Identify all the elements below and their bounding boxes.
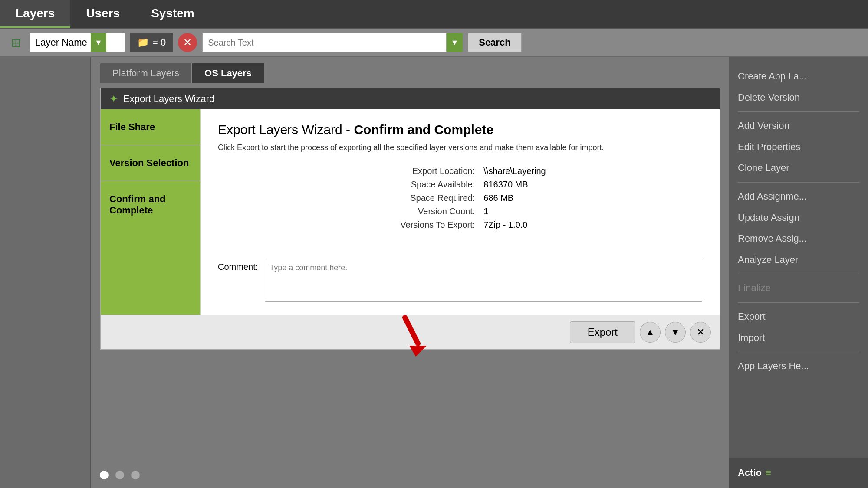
nav-tab-users-label: Users bbox=[86, 7, 120, 20]
wizard-header: ✦ Export Layers Wizard bbox=[101, 88, 720, 109]
space-available-value: 816370 MB bbox=[483, 180, 702, 190]
toolbar: ⊞ Layer Name ▼ 📁 = 0 ✕ ▼ Search bbox=[0, 29, 868, 57]
sidebar-item-app-layers-help-label: App Layers He... bbox=[738, 360, 809, 371]
wizard-main-content: Export Layers Wizard - Confirm and Compl… bbox=[201, 109, 720, 315]
sidebar-item-finalize-label: Finalize bbox=[738, 282, 771, 293]
nav-down-button[interactable]: ▼ bbox=[665, 322, 686, 343]
space-available-label: Space Available: bbox=[244, 180, 475, 190]
sidebar-item-remove-assign-label: Remove Assig... bbox=[738, 233, 807, 244]
dot-2 bbox=[115, 471, 124, 479]
left-panel bbox=[0, 57, 91, 488]
wizard-body: File Share Version Selection Confirm and… bbox=[101, 109, 720, 315]
wizard-step-file-share-label: File Share bbox=[109, 121, 155, 132]
export-details: Export Location: \\share\Layering Space … bbox=[244, 166, 702, 230]
sidebar-item-import-label: Import bbox=[738, 332, 765, 343]
tab-platform-layers[interactable]: Platform Layers bbox=[100, 63, 192, 83]
sidebar-item-export[interactable]: Export bbox=[738, 306, 859, 328]
search-wrap: ▼ bbox=[202, 33, 463, 52]
wizard-step-version-selection[interactable]: Version Selection bbox=[101, 145, 200, 181]
sidebar-item-add-assignment-label: Add Assignme... bbox=[738, 191, 807, 202]
sidebar-item-update-assign-label: Update Assign bbox=[738, 212, 799, 223]
count-text: = 0 bbox=[152, 37, 166, 48]
search-filter-button[interactable]: ▼ bbox=[447, 33, 463, 52]
wizard-step-spacer bbox=[101, 228, 200, 315]
wizard-title: Export Layers Wizard - Confirm and Compl… bbox=[218, 122, 702, 137]
right-sidebar: Create App La... Delete Version Add Vers… bbox=[729, 57, 868, 488]
space-required-label: Space Required: bbox=[244, 193, 475, 203]
content-tabs: Platform Layers OS Layers bbox=[91, 57, 729, 83]
versions-to-export-label: Versions To Export: bbox=[244, 220, 475, 230]
wizard-container: ✦ Export Layers Wizard File Share Versio… bbox=[100, 88, 720, 350]
svg-marker-1 bbox=[409, 346, 427, 357]
version-count-value: 1 bbox=[483, 206, 702, 216]
comment-area: Comment: bbox=[218, 250, 702, 302]
main-area: Platform Layers OS Layers ✦ Export Layer… bbox=[0, 57, 868, 488]
tab-platform-layers-label: Platform Layers bbox=[112, 68, 179, 79]
wizard-footer: Export ▲ ▼ ✕ bbox=[101, 315, 720, 349]
comment-textarea[interactable] bbox=[265, 259, 702, 302]
sidebar-item-delete-version[interactable]: Delete Version bbox=[738, 87, 859, 108]
layer-name-dropdown-arrow[interactable]: ▼ bbox=[91, 33, 106, 52]
wizard-step-version-selection-label: Version Selection bbox=[109, 157, 189, 168]
sidebar-item-add-version-label: Add Version bbox=[738, 120, 789, 131]
dot-3 bbox=[131, 471, 140, 479]
nav-tab-users[interactable]: Users bbox=[70, 0, 135, 28]
export-location-label: Export Location: bbox=[244, 166, 475, 176]
sidebar-divider-1 bbox=[738, 111, 859, 112]
red-arrow-icon bbox=[392, 313, 435, 357]
top-nav: Layers Users System bbox=[0, 0, 868, 29]
comment-label: Comment: bbox=[218, 259, 258, 272]
sidebar-item-clone-layer-label: Clone Layer bbox=[738, 162, 789, 173]
sidebar-item-add-version[interactable]: Add Version bbox=[738, 115, 859, 137]
versions-to-export-value: 7Zip - 1.0.0 bbox=[483, 220, 702, 230]
count-box: 📁 = 0 bbox=[130, 33, 173, 52]
nav-tab-system-label: System bbox=[151, 7, 194, 20]
wizard-step-confirm-complete-label: Confirm and Complete bbox=[109, 193, 166, 216]
tab-os-layers-label: OS Layers bbox=[204, 68, 252, 79]
wizard-step-file-share[interactable]: File Share bbox=[101, 109, 200, 145]
close-wizard-button[interactable]: ✕ bbox=[690, 322, 711, 343]
sidebar-item-create-app[interactable]: Create App La... bbox=[738, 66, 859, 87]
sidebar-item-add-assignment[interactable]: Add Assignme... bbox=[738, 186, 859, 207]
layer-name-select-label: Layer Name bbox=[35, 37, 87, 48]
sidebar-item-update-assign[interactable]: Update Assign bbox=[738, 207, 859, 229]
search-input[interactable] bbox=[202, 33, 447, 52]
up-arrow-icon: ▲ bbox=[645, 327, 655, 338]
export-button[interactable]: Export bbox=[570, 321, 635, 343]
sidebar-item-clone-layer[interactable]: Clone Layer bbox=[738, 157, 859, 179]
wizard-step-confirm-complete[interactable]: Confirm and Complete bbox=[101, 181, 200, 228]
close-icon: ✕ bbox=[697, 327, 704, 338]
search-button-label: Search bbox=[479, 37, 510, 48]
nav-tab-layers[interactable]: Layers bbox=[0, 0, 70, 28]
actions-menu-icon[interactable]: ≡ bbox=[765, 467, 771, 479]
sidebar-item-analyze-layer-label: Analyze Layer bbox=[738, 254, 798, 265]
sidebar-item-analyze-layer[interactable]: Analyze Layer bbox=[738, 249, 859, 271]
sidebar-item-edit-properties-label: Edit Properties bbox=[738, 141, 800, 152]
nav-up-button[interactable]: ▲ bbox=[640, 322, 661, 343]
wizard-subtitle: Click Export to start the process of exp… bbox=[218, 142, 702, 153]
folder-icon: 📁 bbox=[137, 37, 149, 48]
sidebar-item-import[interactable]: Import bbox=[738, 328, 859, 349]
export-location-value: \\share\Layering bbox=[483, 166, 702, 176]
space-required-value: 686 MB bbox=[483, 193, 702, 203]
sidebar-item-edit-properties[interactable]: Edit Properties bbox=[738, 137, 859, 158]
bottom-dots bbox=[100, 471, 140, 479]
content-area: Platform Layers OS Layers ✦ Export Layer… bbox=[91, 57, 729, 488]
tab-os-layers[interactable]: OS Layers bbox=[192, 63, 264, 83]
actions-bar: Actio ≡ bbox=[729, 458, 868, 488]
search-button[interactable]: Search bbox=[468, 33, 521, 52]
wizard-header-icon: ✦ bbox=[109, 93, 118, 105]
sidebar-divider-4 bbox=[738, 302, 859, 303]
sidebar-item-delete-version-label: Delete Version bbox=[738, 92, 800, 103]
version-count-label: Version Count: bbox=[244, 206, 475, 216]
sidebar-item-remove-assign[interactable]: Remove Assig... bbox=[738, 228, 859, 249]
grid-icon: ⊞ bbox=[7, 34, 24, 51]
clear-button[interactable]: ✕ bbox=[178, 33, 197, 52]
sidebar-divider-3 bbox=[738, 274, 859, 274]
clear-icon: ✕ bbox=[183, 36, 192, 49]
actions-label: Actio bbox=[738, 467, 762, 478]
layer-name-select[interactable]: Layer Name ▼ bbox=[30, 33, 125, 52]
nav-tab-system[interactable]: System bbox=[135, 0, 210, 28]
sidebar-item-app-layers-help[interactable]: App Layers He... bbox=[738, 356, 859, 377]
down-arrow-icon: ▼ bbox=[671, 327, 680, 338]
